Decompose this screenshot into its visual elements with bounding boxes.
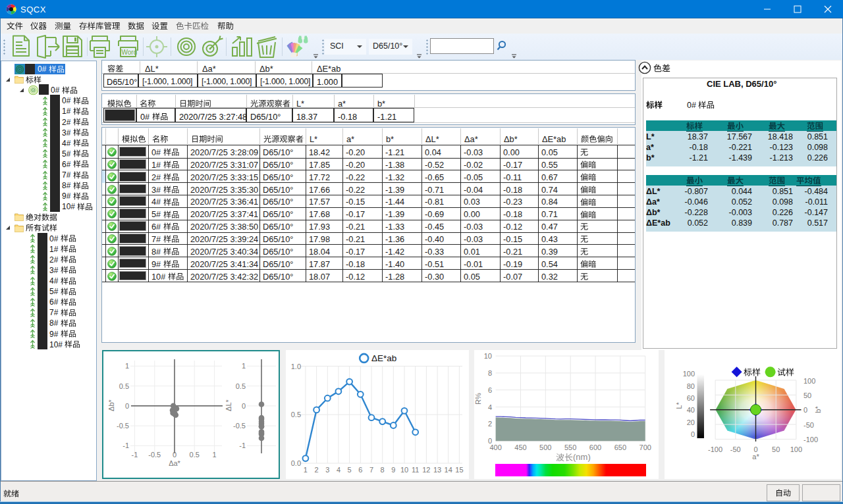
- svg-text:650: 650: [614, 443, 626, 451]
- svg-text:ΔL*: ΔL*: [225, 399, 232, 411]
- svg-text:15: 15: [455, 466, 463, 474]
- svg-text:Δb*: Δb*: [107, 399, 115, 411]
- svg-text:2: 2: [488, 420, 492, 428]
- svg-text:ΔE*ab: ΔE*ab: [371, 353, 396, 363]
- svg-text:(nm): (nm): [573, 452, 591, 462]
- svg-text:-1: -1: [132, 451, 138, 459]
- svg-text:8: 8: [381, 466, 385, 474]
- svg-text:0.5: 0.5: [236, 382, 246, 390]
- svg-text:0.5: 0.5: [190, 451, 200, 459]
- svg-text:50: 50: [803, 391, 811, 399]
- svg-text:5: 5: [348, 466, 352, 474]
- svg-text:1: 1: [125, 362, 129, 370]
- svg-text:1: 1: [304, 466, 308, 474]
- svg-text:14: 14: [445, 466, 452, 474]
- svg-text:-0.5: -0.5: [117, 422, 129, 430]
- svg-text:-100: -100: [803, 436, 818, 443]
- svg-text:-50: -50: [730, 445, 741, 453]
- svg-text:0: 0: [125, 402, 129, 410]
- svg-text:60: 60: [687, 394, 695, 402]
- svg-text:-50: -50: [803, 421, 814, 429]
- svg-text:40: 40: [687, 406, 695, 414]
- svg-text:0.0: 0.0: [291, 459, 301, 467]
- svg-text:Δa*: Δa*: [169, 459, 180, 467]
- svg-text:b*: b*: [814, 406, 822, 413]
- svg-text:0: 0: [242, 402, 246, 410]
- svg-text:10: 10: [484, 352, 492, 360]
- svg-text:12: 12: [422, 466, 430, 474]
- svg-text:0: 0: [803, 406, 807, 414]
- svg-text:500: 500: [539, 443, 551, 451]
- svg-text:-0.5: -0.5: [233, 422, 246, 430]
- svg-text:50: 50: [772, 445, 780, 453]
- svg-text:80: 80: [687, 382, 695, 390]
- svg-text:13: 13: [433, 466, 441, 474]
- svg-text:0.5: 0.5: [291, 411, 301, 418]
- svg-text:7: 7: [369, 466, 373, 474]
- svg-text:Word: Word: [122, 49, 138, 56]
- svg-text:550: 550: [564, 443, 576, 451]
- svg-text:0.5: 0.5: [119, 382, 129, 390]
- svg-text:400: 400: [489, 443, 501, 451]
- svg-text:0: 0: [173, 451, 177, 459]
- svg-text:-1: -1: [239, 441, 246, 449]
- svg-text:1.0: 1.0: [291, 363, 301, 370]
- svg-text:L*: L*: [675, 402, 683, 409]
- svg-text:8: 8: [488, 369, 492, 377]
- svg-text:2: 2: [315, 466, 319, 474]
- svg-text:9: 9: [391, 466, 395, 474]
- svg-text:-100: -100: [708, 445, 722, 453]
- svg-text:a*: a*: [752, 453, 759, 461]
- svg-text:100: 100: [790, 445, 802, 453]
- svg-text:4: 4: [337, 466, 340, 474]
- svg-text:R%: R%: [474, 393, 482, 405]
- svg-text:-1: -1: [122, 441, 129, 449]
- svg-text:6: 6: [488, 386, 492, 394]
- svg-text:0: 0: [691, 430, 695, 438]
- svg-text:-0.5: -0.5: [148, 451, 161, 459]
- svg-text:10: 10: [400, 466, 408, 474]
- svg-text:1: 1: [242, 362, 246, 370]
- svg-text:700: 700: [639, 443, 651, 451]
- svg-text:3: 3: [325, 466, 329, 474]
- svg-text:600: 600: [589, 443, 601, 451]
- svg-text:1: 1: [212, 451, 216, 459]
- svg-text:0: 0: [753, 445, 757, 453]
- svg-text:100: 100: [683, 370, 695, 378]
- svg-text:450: 450: [514, 443, 526, 451]
- svg-text:100: 100: [803, 377, 815, 385]
- svg-text:4: 4: [488, 403, 492, 411]
- svg-text:20: 20: [687, 418, 695, 426]
- svg-text:6: 6: [358, 466, 362, 474]
- svg-text:11: 11: [412, 466, 419, 474]
